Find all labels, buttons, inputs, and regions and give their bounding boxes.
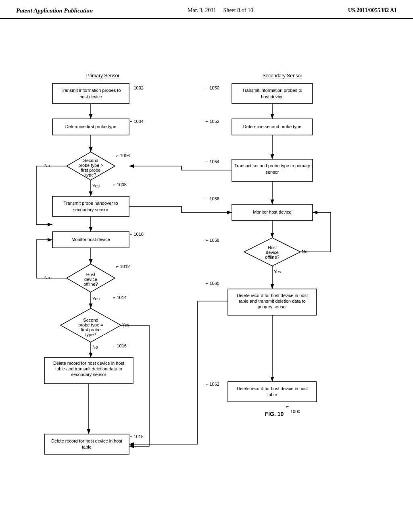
svg-text:⌐ 1054: ⌐ 1054 bbox=[206, 159, 219, 164]
svg-text:secondary sensor: secondary sensor bbox=[71, 372, 106, 377]
svg-text:⌐ 1052: ⌐ 1052 bbox=[206, 119, 219, 124]
patent-number: US 2011/0055382 A1 bbox=[348, 7, 397, 14]
svg-text:1000: 1000 bbox=[290, 409, 300, 414]
header-center: Mar. 3, 2011 Sheet 8 of 10 bbox=[188, 7, 253, 14]
node-1008 bbox=[52, 196, 129, 216]
publication-date: Mar. 3, 2011 bbox=[188, 7, 216, 13]
svg-text:table: table bbox=[267, 392, 277, 397]
svg-text:Second: Second bbox=[83, 318, 98, 322]
svg-text:⌐ 1006: ⌐ 1006 bbox=[116, 153, 130, 158]
svg-text:⌐: ⌐ bbox=[286, 404, 289, 409]
publication-title: Patent Application Publication bbox=[16, 7, 93, 14]
svg-text:host device: host device bbox=[79, 94, 102, 99]
svg-text:No: No bbox=[44, 275, 50, 280]
svg-text:Determine first probe type: Determine first probe type bbox=[65, 124, 117, 129]
svg-text:Transmit probe handover to: Transmit probe handover to bbox=[64, 201, 118, 206]
page-header: Patent Application Publication Mar. 3, 2… bbox=[0, 0, 413, 19]
svg-text:Delete record for host device : Delete record for host device in host bbox=[51, 438, 122, 443]
diagram-area: Primary Sensor Secondary Sensor Transmit… bbox=[0, 19, 413, 511]
svg-text:⌐ 1004: ⌐ 1004 bbox=[130, 119, 144, 124]
svg-text:⌐ 1016: ⌐ 1016 bbox=[113, 343, 127, 348]
svg-text:Monitor host device: Monitor host device bbox=[71, 237, 110, 242]
svg-text:table and transmit deletion da: table and transmit deletion data to bbox=[239, 299, 306, 303]
svg-text:sensor: sensor bbox=[265, 170, 279, 175]
svg-text:type?: type? bbox=[86, 332, 96, 337]
secondary-sensor-label: Secondary Sensor bbox=[263, 73, 302, 79]
node-1050 bbox=[232, 83, 313, 104]
svg-text:⌐ 1058: ⌐ 1058 bbox=[206, 238, 219, 243]
svg-text:offline?: offline? bbox=[83, 282, 98, 287]
svg-text:Monitor host device: Monitor host device bbox=[253, 210, 291, 214]
svg-text:Second: Second bbox=[83, 158, 98, 163]
svg-text:first probe: first probe bbox=[81, 168, 101, 172]
svg-text:Transmit information probes to: Transmit information probes to bbox=[242, 88, 302, 93]
svg-text:Delete record for host device : Delete record for host device in host bbox=[237, 293, 308, 298]
svg-text:device: device bbox=[84, 277, 97, 282]
fig-label: FIG. 10 bbox=[265, 411, 284, 417]
svg-text:⌐ 1056: ⌐ 1056 bbox=[206, 196, 219, 201]
svg-text:offline?: offline? bbox=[265, 255, 279, 260]
svg-text:Transmit information probes to: Transmit information probes to bbox=[61, 88, 121, 93]
svg-text:primary sensor: primary sensor bbox=[258, 304, 287, 309]
svg-text:type?: type? bbox=[86, 172, 96, 177]
svg-text:⌐ 1012: ⌐ 1012 bbox=[116, 264, 130, 269]
svg-text:⌐ 1060: ⌐ 1060 bbox=[206, 281, 219, 286]
svg-text:⌐ 1010: ⌐ 1010 bbox=[130, 232, 144, 237]
svg-text:Host: Host bbox=[86, 272, 96, 277]
svg-text:⌐ 1014: ⌐ 1014 bbox=[113, 295, 127, 300]
svg-text:probe type =: probe type = bbox=[78, 322, 103, 327]
svg-text:Delete record for host device : Delete record for host device in host bbox=[237, 386, 308, 391]
svg-text:⌐ 1050: ⌐ 1050 bbox=[206, 85, 219, 90]
svg-text:Yes: Yes bbox=[122, 322, 129, 327]
svg-text:first probe: first probe bbox=[81, 327, 101, 332]
svg-text:No: No bbox=[302, 249, 307, 254]
svg-text:No: No bbox=[92, 345, 98, 349]
svg-text:table and transmit deletion da: table and transmit deletion data to bbox=[55, 366, 122, 371]
svg-text:⌐ 1018: ⌐ 1018 bbox=[130, 434, 144, 439]
svg-text:Delete record for host device : Delete record for host device in host bbox=[53, 361, 124, 366]
node-1002 bbox=[52, 83, 129, 104]
primary-sensor-label: Primary Sensor bbox=[86, 73, 120, 79]
svg-text:device: device bbox=[266, 250, 279, 255]
svg-text:Yes: Yes bbox=[274, 269, 281, 274]
svg-text:⌐ 1002: ⌐ 1002 bbox=[130, 85, 144, 90]
svg-text:table: table bbox=[82, 445, 92, 449]
svg-text:No: No bbox=[44, 163, 50, 168]
svg-text:Host: Host bbox=[268, 245, 277, 250]
svg-text:secondary sensor: secondary sensor bbox=[73, 207, 108, 212]
svg-text:probe type >: probe type > bbox=[78, 163, 103, 168]
svg-text:host device: host device bbox=[261, 94, 284, 99]
svg-text:Transmit second probe type to : Transmit second probe type to primary bbox=[234, 163, 310, 168]
sheet-info: Sheet 8 of 10 bbox=[223, 7, 253, 13]
svg-text:⌐ 1062: ⌐ 1062 bbox=[206, 382, 219, 387]
svg-text:Determine second probe type: Determine second probe type bbox=[243, 124, 301, 129]
svg-text:⌐ 1008: ⌐ 1008 bbox=[113, 182, 127, 187]
svg-text:Yes: Yes bbox=[92, 296, 100, 301]
svg-text:Yes: Yes bbox=[92, 183, 100, 188]
